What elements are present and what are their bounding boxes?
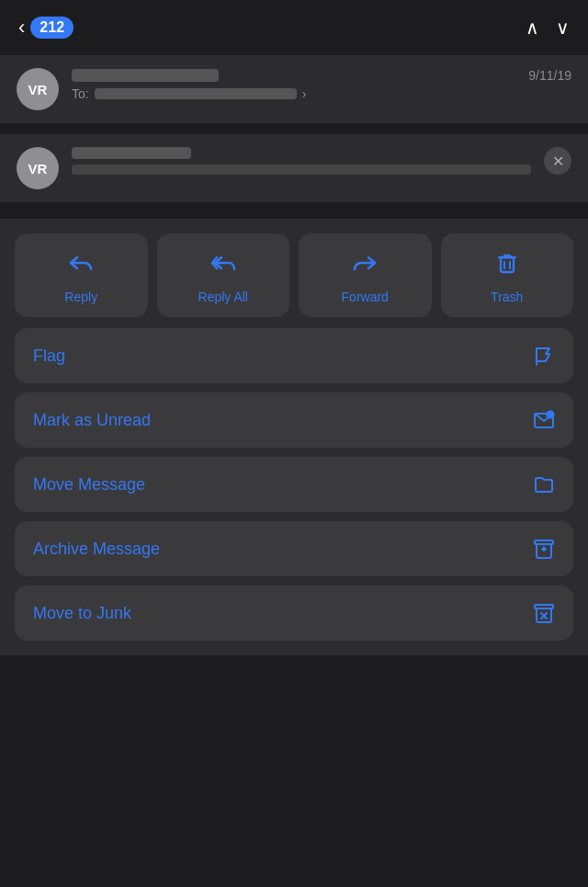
reply-all-icon xyxy=(210,250,236,280)
next-email-button[interactable]: ∨ xyxy=(556,17,570,39)
unread-badge: 212 xyxy=(30,17,74,39)
reply-icon xyxy=(68,250,94,280)
svg-rect-0 xyxy=(501,257,514,272)
move-to-junk-icon xyxy=(533,602,555,624)
email-preview[interactable]: VR 9/11/19 To: › xyxy=(0,55,588,123)
separator-2 xyxy=(0,202,588,211)
email-date: 9/11/19 xyxy=(528,68,571,83)
mark-unread-icon xyxy=(533,409,555,431)
separator xyxy=(0,125,588,134)
move-message-icon xyxy=(533,473,555,495)
nav-right: ∧ ∨ xyxy=(526,17,570,39)
flag-icon xyxy=(533,345,555,367)
email-expanded-header: VR ✕ xyxy=(0,134,588,202)
expanded-email-info xyxy=(72,147,531,175)
forward-button[interactable]: Forward xyxy=(299,233,432,317)
forward-label: Forward xyxy=(342,290,389,304)
move-message-button[interactable]: Move Message xyxy=(15,457,573,512)
close-icon: ✕ xyxy=(552,153,564,170)
trash-label: Trash xyxy=(491,290,523,304)
move-to-junk-label: Move to Junk xyxy=(33,604,131,623)
email-info: 9/11/19 To: › xyxy=(72,68,571,105)
mark-unread-button[interactable]: Mark as Unread xyxy=(15,392,573,448)
mark-unread-label: Mark as Unread xyxy=(33,411,151,430)
archive-message-icon xyxy=(533,538,555,560)
email-sender-name xyxy=(72,69,219,82)
reply-label: Reply xyxy=(64,290,97,304)
email-to-chevron: › xyxy=(302,86,307,101)
archive-message-button[interactable]: Archive Message xyxy=(15,521,573,576)
reply-all-label: Reply All xyxy=(198,290,248,304)
svg-rect-6 xyxy=(535,540,553,544)
action-buttons-row: Reply Reply All Forward xyxy=(15,233,573,317)
move-message-label: Move Message xyxy=(33,475,145,495)
trash-icon xyxy=(494,250,520,280)
forward-icon xyxy=(352,250,378,280)
expanded-sender-name xyxy=(72,147,191,159)
flag-button[interactable]: Flag xyxy=(15,328,573,383)
email-to-label: To: xyxy=(72,86,89,101)
expanded-email-detail xyxy=(72,165,531,175)
reply-button[interactable]: Reply xyxy=(15,233,148,317)
email-to-value xyxy=(95,88,297,99)
svg-rect-8 xyxy=(535,605,553,608)
email-sender-row: 9/11/19 xyxy=(72,68,571,83)
action-list: Flag Mark as Unread Move Message Archi xyxy=(15,328,573,641)
expanded-avatar: VR xyxy=(17,147,59,189)
svg-point-5 xyxy=(548,412,554,418)
email-to-row: To: › xyxy=(72,86,571,101)
nav-bar: ‹ 212 ∧ ∨ xyxy=(0,0,588,55)
avatar: VR xyxy=(17,68,59,110)
close-button[interactable]: ✕ xyxy=(544,147,571,175)
move-to-junk-button[interactable]: Move to Junk xyxy=(15,586,573,641)
archive-message-label: Archive Message xyxy=(33,540,160,559)
prev-email-button[interactable]: ∧ xyxy=(526,17,539,39)
nav-left: ‹ 212 xyxy=(18,17,74,39)
reply-all-button[interactable]: Reply All xyxy=(157,233,290,317)
flag-label: Flag xyxy=(33,347,65,366)
action-sheet: Reply Reply All Forward xyxy=(0,219,588,655)
trash-button[interactable]: Trash xyxy=(441,233,574,317)
back-button[interactable]: ‹ xyxy=(18,17,25,38)
